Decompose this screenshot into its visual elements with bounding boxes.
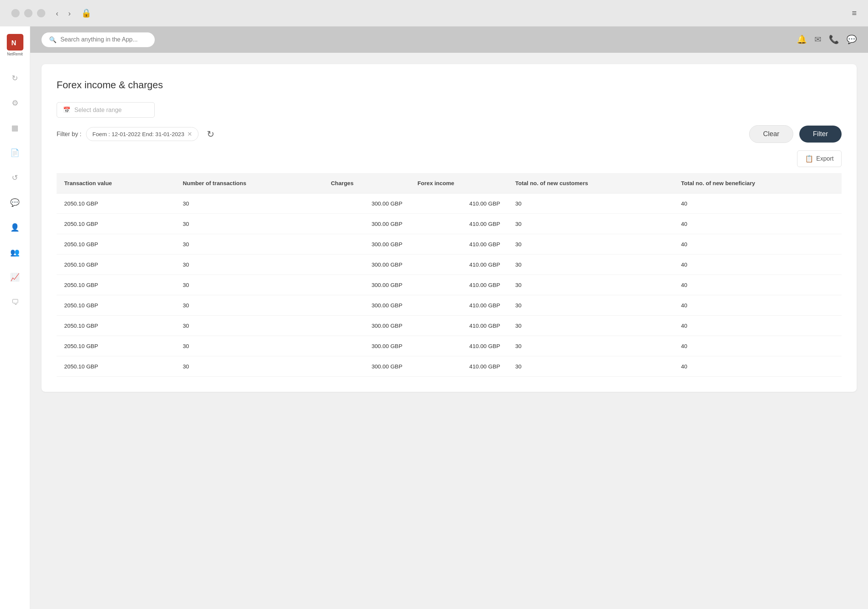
col-transaction-value: Transaction value (57, 173, 175, 193)
cell-charges-1: 300.00 GBP (324, 214, 410, 234)
title-bar: ‹ › 🔒 ≡ (0, 0, 868, 26)
cell-charges-8: 300.00 GBP (324, 356, 410, 377)
export-label: Export (816, 155, 834, 162)
cell-new-customers-4: 30 (508, 275, 673, 295)
table-row: 2050.10 GBP 30 300.00 GBP 410.00 GBP 30 … (57, 315, 842, 336)
cell-new-customers-6: 30 (508, 315, 673, 336)
traffic-light-green[interactable] (37, 9, 45, 17)
chat-icon[interactable]: 💬 (846, 35, 857, 45)
traffic-light-red[interactable] (11, 9, 20, 17)
export-row: 📋 Export (57, 150, 842, 167)
hamburger-icon[interactable]: ≡ (852, 8, 857, 18)
sidebar-item-customers[interactable]: 👤 (8, 221, 22, 234)
chip-close-icon[interactable]: ✕ (187, 130, 192, 138)
table-header: Transaction value Number of transactions… (57, 173, 842, 193)
cell-charges-3: 300.00 GBP (324, 255, 410, 275)
cell-forex-income-3: 410.00 GBP (410, 255, 508, 275)
search-input[interactable] (60, 36, 147, 43)
logo-container: N NetRemit (7, 34, 23, 56)
cell-forex-income-8: 410.00 GBP (410, 356, 508, 377)
cell-new-beneficiary-7: 40 (673, 336, 842, 356)
sidebar-item-documents[interactable]: 📄 (8, 146, 22, 159)
table-row: 2050.10 GBP 30 300.00 GBP 410.00 GBP 30 … (57, 234, 842, 255)
cell-num-tx-0: 30 (175, 193, 324, 214)
cell-num-tx-8: 30 (175, 356, 324, 377)
cell-new-beneficiary-2: 40 (673, 234, 842, 255)
sidebar-item-settings[interactable]: ⚙ (8, 96, 22, 110)
table-row: 2050.10 GBP 30 300.00 GBP 410.00 GBP 30 … (57, 295, 842, 315)
sidebar-item-dashboard[interactable]: ↻ (8, 71, 22, 85)
cell-num-tx-3: 30 (175, 255, 324, 275)
cell-num-tx-4: 30 (175, 275, 324, 295)
cell-charges-5: 300.00 GBP (324, 295, 410, 315)
sidebar-item-reports[interactable]: ▦ (8, 121, 22, 134)
refresh-button[interactable]: ↻ (207, 129, 214, 139)
bell-icon[interactable]: 🔔 (797, 35, 807, 45)
cell-num-tx-6: 30 (175, 315, 324, 336)
active-filter-text: Foem : 12-01-2022 End: 31-01-2023 (93, 131, 184, 137)
sidebar: N NetRemit ↻ ⚙ ▦ 📄 ↺ 💬 👤 👥 📈 🗨 (0, 26, 30, 609)
sidebar-item-support[interactable]: 🗨 (8, 295, 22, 309)
cell-new-customers-7: 30 (508, 336, 673, 356)
top-nav: 🔍 🔔 ✉ 📞 💬 (30, 26, 868, 53)
filter-by-label: Filter by : (57, 131, 82, 138)
cell-new-customers-0: 30 (508, 193, 673, 214)
col-forex-income: Forex income (410, 173, 508, 193)
cell-forex-income-1: 410.00 GBP (410, 214, 508, 234)
back-button[interactable]: ‹ (53, 8, 62, 19)
date-range-picker[interactable]: 📅 Select date range (57, 102, 155, 117)
phone-icon[interactable]: 📞 (829, 35, 839, 45)
table-header-row: Transaction value Number of transactions… (57, 173, 842, 193)
table-row: 2050.10 GBP 30 300.00 GBP 410.00 GBP 30 … (57, 193, 842, 214)
cell-new-customers-1: 30 (508, 214, 673, 234)
cell-charges-0: 300.00 GBP (324, 193, 410, 214)
sidebar-item-analytics[interactable]: 📈 (8, 270, 22, 284)
cell-new-customers-5: 30 (508, 295, 673, 315)
cell-charges-7: 300.00 GBP (324, 336, 410, 356)
cell-tx-value-6: 2050.10 GBP (57, 315, 175, 336)
mail-icon[interactable]: ✉ (814, 35, 821, 45)
cell-charges-4: 300.00 GBP (324, 275, 410, 295)
clear-button[interactable]: Clear (749, 125, 793, 143)
cell-tx-value-4: 2050.10 GBP (57, 275, 175, 295)
table-row: 2050.10 GBP 30 300.00 GBP 410.00 GBP 30 … (57, 255, 842, 275)
cell-tx-value-1: 2050.10 GBP (57, 214, 175, 234)
nav-arrows: ‹ › (53, 8, 74, 19)
cell-charges-6: 300.00 GBP (324, 315, 410, 336)
calendar-icon: 📅 (63, 106, 71, 113)
logo-box: N (7, 34, 23, 51)
active-filter-chip[interactable]: Foem : 12-01-2022 End: 31-01-2023 ✕ (86, 127, 199, 141)
table-row: 2050.10 GBP 30 300.00 GBP 410.00 GBP 30 … (57, 356, 842, 377)
cell-tx-value-0: 2050.10 GBP (57, 193, 175, 214)
traffic-light-yellow[interactable] (24, 9, 33, 17)
cell-forex-income-7: 410.00 GBP (410, 336, 508, 356)
filter-button[interactable]: Filter (799, 125, 842, 142)
filter-section: 📅 Select date range (57, 102, 842, 117)
cell-tx-value-3: 2050.10 GBP (57, 255, 175, 275)
sidebar-item-messages[interactable]: 💬 (8, 196, 22, 209)
cell-new-beneficiary-1: 40 (673, 214, 842, 234)
cell-forex-income-2: 410.00 GBP (410, 234, 508, 255)
sidebar-item-transfers[interactable]: ↺ (8, 171, 22, 184)
app-layout: N NetRemit ↻ ⚙ ▦ 📄 ↺ 💬 👤 👥 📈 🗨 🔍 🔔 ✉ 📞 (0, 26, 868, 609)
export-button[interactable]: 📋 Export (797, 150, 842, 167)
logo-text: NetRemit (7, 52, 23, 56)
cell-new-customers-3: 30 (508, 255, 673, 275)
cell-forex-income-6: 410.00 GBP (410, 315, 508, 336)
cell-new-beneficiary-0: 40 (673, 193, 842, 214)
table-row: 2050.10 GBP 30 300.00 GBP 410.00 GBP 30 … (57, 275, 842, 295)
cell-new-beneficiary-4: 40 (673, 275, 842, 295)
search-box[interactable]: 🔍 (42, 32, 155, 47)
forward-button[interactable]: › (65, 8, 74, 19)
main-card: Forex income & charges 📅 Select date ran… (42, 64, 857, 392)
col-new-beneficiary: Total no. of new beneficiary (673, 173, 842, 193)
export-icon: 📋 (805, 155, 813, 163)
main-content: 🔍 🔔 ✉ 📞 💬 Forex income & charges 📅 Selec… (30, 26, 868, 609)
svg-text:N: N (11, 39, 16, 47)
page-content: Forex income & charges 📅 Select date ran… (30, 53, 868, 609)
col-num-transactions: Number of transactions (175, 173, 324, 193)
table-row: 2050.10 GBP 30 300.00 GBP 410.00 GBP 30 … (57, 214, 842, 234)
search-icon: 🔍 (49, 36, 57, 43)
sidebar-item-beneficiaries[interactable]: 👥 (8, 246, 22, 259)
col-new-customers: Total no. of new customers (508, 173, 673, 193)
